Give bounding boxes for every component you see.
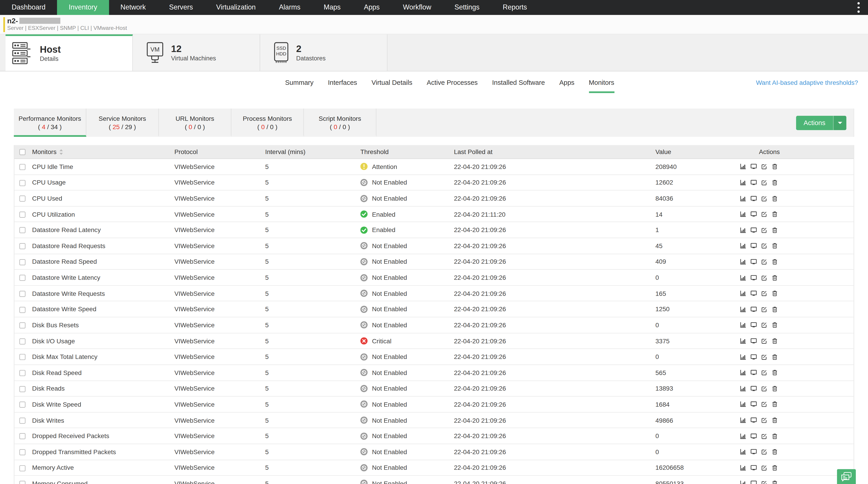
edit-icon[interactable] xyxy=(761,291,767,297)
delete-icon[interactable] xyxy=(772,195,778,201)
row-checkbox[interactable] xyxy=(20,227,26,234)
nav-item-alarms[interactable]: Alarms xyxy=(267,0,312,15)
graph-icon[interactable] xyxy=(740,227,746,233)
delete-icon[interactable] xyxy=(772,306,778,312)
row-checkbox[interactable] xyxy=(20,164,26,170)
nav-item-reports[interactable]: Reports xyxy=(491,0,539,15)
delete-icon[interactable] xyxy=(772,417,778,423)
delete-icon[interactable] xyxy=(772,259,778,265)
tab-installed-software[interactable]: Installed Software xyxy=(492,71,545,93)
graph-icon[interactable] xyxy=(740,179,746,185)
edit-icon[interactable] xyxy=(761,306,767,312)
chat-feedback-button[interactable] xyxy=(837,469,856,484)
ai-adaptive-thresholds-link[interactable]: Want AI-based adaptive thresholds? xyxy=(756,71,858,93)
row-checkbox[interactable] xyxy=(20,259,26,265)
monitor-screen-icon[interactable] xyxy=(751,275,757,281)
monitor-screen-icon[interactable] xyxy=(751,259,757,265)
delete-icon[interactable] xyxy=(772,275,778,281)
monitor-screen-icon[interactable] xyxy=(751,322,757,328)
row-checkbox[interactable] xyxy=(20,323,26,329)
tab-performance-monitors[interactable]: Performance Monitors( 4 / 34 ) xyxy=(14,109,86,137)
graph-icon[interactable] xyxy=(740,259,746,265)
edit-icon[interactable] xyxy=(761,322,767,328)
edit-icon[interactable] xyxy=(761,338,767,344)
monitor-screen-icon[interactable] xyxy=(751,195,757,201)
delete-icon[interactable] xyxy=(772,243,778,249)
delete-icon[interactable] xyxy=(772,480,778,484)
col-header-interval[interactable]: Interval (mins) xyxy=(265,148,360,155)
monitor-name[interactable]: Disk Bus Resets xyxy=(32,322,174,328)
monitor-screen-icon[interactable] xyxy=(751,306,757,312)
tab-apps[interactable]: Apps xyxy=(559,71,575,93)
delete-icon[interactable] xyxy=(772,401,778,407)
nav-item-apps[interactable]: Apps xyxy=(352,0,391,15)
row-checkbox[interactable] xyxy=(20,481,26,484)
edit-icon[interactable] xyxy=(761,449,767,455)
row-checkbox[interactable] xyxy=(20,180,26,186)
row-checkbox[interactable] xyxy=(20,449,26,455)
edit-icon[interactable] xyxy=(761,227,767,233)
row-checkbox[interactable] xyxy=(20,291,26,297)
card-virtual-machines[interactable]: VM 12 Virtual Machines xyxy=(133,34,260,71)
nav-item-virtualization[interactable]: Virtualization xyxy=(205,0,268,15)
monitor-screen-icon[interactable] xyxy=(751,449,757,455)
sort-arrows-icon[interactable] xyxy=(59,149,63,155)
graph-icon[interactable] xyxy=(740,401,746,407)
graph-icon[interactable] xyxy=(740,385,746,392)
col-header-value[interactable]: Value xyxy=(655,148,740,155)
row-checkbox[interactable] xyxy=(20,402,26,408)
tab-url-monitors[interactable]: URL Monitors( 0 / 0 ) xyxy=(159,109,231,137)
monitor-name[interactable]: Disk I/O Usage xyxy=(32,338,174,344)
edit-icon[interactable] xyxy=(761,163,767,170)
monitor-name[interactable]: Datastore Write Speed xyxy=(32,306,174,312)
row-checkbox[interactable] xyxy=(20,418,26,424)
monitor-name[interactable]: CPU Usage xyxy=(32,179,174,186)
col-header-protocol[interactable]: Protocol xyxy=(174,148,265,155)
edit-icon[interactable] xyxy=(761,401,767,407)
monitor-name[interactable]: Datastore Read Latency xyxy=(32,226,174,233)
select-all-checkbox[interactable] xyxy=(20,149,26,155)
graph-icon[interactable] xyxy=(740,322,746,328)
nav-item-maps[interactable]: Maps xyxy=(312,0,352,15)
delete-icon[interactable] xyxy=(772,211,778,217)
chevron-down-icon[interactable] xyxy=(833,116,846,130)
monitor-name[interactable]: CPU Used xyxy=(32,195,174,202)
monitor-screen-icon[interactable] xyxy=(751,354,757,360)
delete-icon[interactable] xyxy=(772,385,778,392)
edit-icon[interactable] xyxy=(761,275,767,281)
row-checkbox[interactable] xyxy=(20,243,26,249)
edit-icon[interactable] xyxy=(761,354,767,360)
nav-item-workflow[interactable]: Workflow xyxy=(391,0,443,15)
edit-icon[interactable] xyxy=(761,385,767,392)
col-header-monitors[interactable]: Monitors xyxy=(32,148,57,155)
monitor-name[interactable]: CPU Idle Time xyxy=(32,163,174,170)
row-checkbox[interactable] xyxy=(20,354,26,360)
row-checkbox[interactable] xyxy=(20,433,26,440)
delete-icon[interactable] xyxy=(772,338,778,344)
edit-icon[interactable] xyxy=(761,433,767,439)
monitor-screen-icon[interactable] xyxy=(751,401,757,407)
monitor-screen-icon[interactable] xyxy=(751,433,757,439)
monitor-screen-icon[interactable] xyxy=(751,291,757,297)
nav-item-servers[interactable]: Servers xyxy=(158,0,205,15)
row-checkbox[interactable] xyxy=(20,465,26,471)
tab-service-monitors[interactable]: Service Monitors( 25 / 29 ) xyxy=(86,109,159,137)
graph-icon[interactable] xyxy=(740,369,746,376)
row-checkbox[interactable] xyxy=(20,211,26,218)
monitor-name[interactable]: Disk Max Total Latency xyxy=(32,354,174,360)
graph-icon[interactable] xyxy=(740,291,746,297)
row-checkbox[interactable] xyxy=(20,386,26,392)
tab-active-processes[interactable]: Active Processes xyxy=(427,71,477,93)
monitor-screen-icon[interactable] xyxy=(751,480,757,484)
graph-icon[interactable] xyxy=(740,275,746,281)
card-datastores[interactable]: SSD HDD 2 Datastores xyxy=(260,34,388,71)
nav-item-network[interactable]: Network xyxy=(109,0,157,15)
monitor-name[interactable]: Dropped Transmitted Packets xyxy=(32,449,174,455)
monitor-name[interactable]: Dropped Received Packets xyxy=(32,433,174,439)
delete-icon[interactable] xyxy=(772,322,778,328)
nav-item-dashboard[interactable]: Dashboard xyxy=(0,0,57,15)
monitor-screen-icon[interactable] xyxy=(751,417,757,423)
edit-icon[interactable] xyxy=(761,179,767,185)
nav-item-inventory[interactable]: Inventory xyxy=(57,0,109,15)
monitor-name[interactable]: Memory Consumed xyxy=(32,480,174,484)
